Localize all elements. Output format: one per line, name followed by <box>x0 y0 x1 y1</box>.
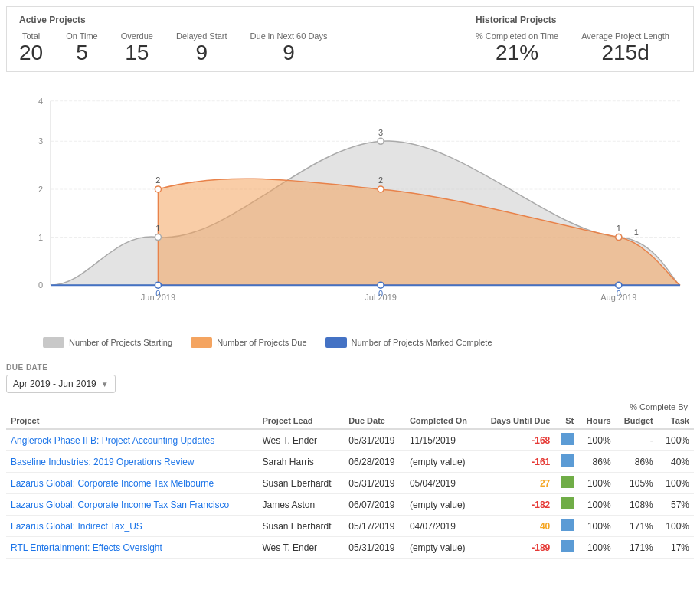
blue-point-1 <box>155 282 161 288</box>
project-link[interactable]: Baseline Industries: 2019 Operations Rev… <box>11 457 194 467</box>
legend-item-0: Number of Projects Starting <box>43 337 172 348</box>
table-row: Lazarus Global: Corporate Income Tax San… <box>6 494 694 516</box>
chevron-down-icon: ▼ <box>101 380 109 388</box>
table-cell: James Aston <box>258 494 345 516</box>
table-cell: 100% <box>578 537 615 559</box>
table-cell: (empty value) <box>405 451 479 473</box>
stat-value: 15 <box>125 42 149 64</box>
table-cell: 40 <box>479 516 554 537</box>
days-value: 40 <box>540 521 550 532</box>
table-cell: - <box>616 429 658 451</box>
active-stat-2: Overdue15 <box>121 31 153 64</box>
orange-point-3 <box>616 234 622 241</box>
filter-label: DUE DATE <box>6 363 694 372</box>
svg-text:1: 1 <box>634 228 639 237</box>
col-header-5: St <box>554 413 578 429</box>
table-cell: 86% <box>578 451 615 473</box>
projects-table: ProjectProject LeadDue DateCompleted OnD… <box>6 413 694 559</box>
svg-text:2: 2 <box>155 175 160 185</box>
svg-text:1: 1 <box>617 224 621 233</box>
stat-value: 9 <box>195 42 208 64</box>
col-header-4: Days Until Due <box>479 413 554 429</box>
svg-text:3: 3 <box>38 136 43 146</box>
active-stat-4: Due in Next 60 Days9 <box>250 31 328 64</box>
table-cell: -168 <box>479 429 554 451</box>
table-row: Lazarus Global: Corporate Income Tax Mel… <box>6 473 694 494</box>
table-cell: 05/31/2019 <box>344 473 405 494</box>
legend-label-0: Number of Projects Starting <box>69 338 172 347</box>
due-date-dropdown[interactable]: Apr 2019 - Jun 2019 ▼ <box>6 375 116 393</box>
table-row: Baseline Industries: 2019 Operations Rev… <box>6 451 694 473</box>
col-header-0: Project <box>6 413 258 429</box>
table-cell: -161 <box>479 451 554 473</box>
table-cell: RTL Entertainment: Effects Oversight <box>6 537 258 559</box>
table-cell: 11/15/2019 <box>405 429 479 451</box>
historical-stat-0: % Completed on Time21% <box>476 31 558 64</box>
table-cell: 05/31/2019 <box>344 429 405 451</box>
table-cell: 171% <box>616 516 658 537</box>
project-link[interactable]: Anglerock Phase II B: Project Accounting… <box>11 435 214 446</box>
pct-complete-header: % Complete By <box>6 402 694 411</box>
active-projects-section: Active Projects Total20On Time5Overdue15… <box>7 7 463 71</box>
col-header-3: Completed On <box>405 413 479 429</box>
col-header-8: Task <box>658 413 694 429</box>
table-cell: -189 <box>479 537 554 559</box>
chart-svg: 0 1 2 3 4 Jun 2019 Jul 2019 Aug 2019 1 3 <box>12 86 688 331</box>
table-cell: 100% <box>578 494 615 516</box>
table-cell: 100% <box>658 473 694 494</box>
table-cell: (empty value) <box>405 537 479 559</box>
table-cell <box>554 473 578 494</box>
stat-value: 21% <box>496 42 538 64</box>
table-cell: 100% <box>658 429 694 451</box>
table-cell: 100% <box>578 516 615 537</box>
project-link[interactable]: Lazarus Global: Indirect Tax_US <box>11 521 142 532</box>
historical-projects-section: Historical Projects % Completed on Time2… <box>463 7 693 71</box>
historical-projects-title: Historical Projects <box>476 15 681 25</box>
table-cell: 05/17/2019 <box>344 516 405 537</box>
gray-point-1 <box>155 234 161 241</box>
table-header-row: ProjectProject LeadDue DateCompleted OnD… <box>6 413 694 429</box>
stat-label: % Completed on Time <box>476 31 558 41</box>
table-cell: 57% <box>658 494 694 516</box>
table-cell: 86% <box>616 451 658 473</box>
project-link[interactable]: Lazarus Global: Corporate Income Tax Mel… <box>11 478 214 489</box>
table-cell: 105% <box>616 473 658 494</box>
table-cell: 100% <box>658 516 694 537</box>
stat-value: 5 <box>76 42 88 64</box>
blue-point-3 <box>616 282 622 288</box>
table-cell: Lazarus Global: Indirect Tax_US <box>6 516 258 537</box>
legend-item-1: Number of Projects Due <box>191 337 306 348</box>
table-cell: 04/07/2019 <box>405 516 479 537</box>
table-cell: Baseline Industries: 2019 Operations Rev… <box>6 451 258 473</box>
table-cell: Susan Eberhardt <box>258 516 345 537</box>
project-link[interactable]: Lazarus Global: Corporate Income Tax San… <box>11 500 229 510</box>
table-cell: 06/28/2019 <box>344 451 405 473</box>
days-value: -182 <box>532 500 550 510</box>
table-cell: 100% <box>578 429 615 451</box>
historical-projects-stats-row: % Completed on Time21%Average Project Le… <box>476 31 681 64</box>
col-header-7: Budget <box>616 413 658 429</box>
col-header-2: Due Date <box>344 413 405 429</box>
stat-label: Average Project Length <box>581 31 669 41</box>
table-cell: 17% <box>658 537 694 559</box>
stat-label: On Time <box>66 31 98 41</box>
active-projects-stats-row: Total20On Time5Overdue15Delayed Start9Du… <box>19 31 450 64</box>
status-indicator <box>561 433 574 445</box>
stat-value: 20 <box>19 42 43 64</box>
status-indicator <box>561 476 574 488</box>
days-value: -168 <box>532 435 550 446</box>
table-cell: Lazarus Global: Corporate Income Tax Mel… <box>6 473 258 494</box>
table-row: Anglerock Phase II B: Project Accounting… <box>6 429 694 451</box>
table-cell: -182 <box>479 494 554 516</box>
table-cell: 05/04/2019 <box>405 473 479 494</box>
table-section: % Complete By ProjectProject LeadDue Dat… <box>6 402 694 559</box>
due-area <box>158 179 680 285</box>
gray-point-2 <box>378 138 384 144</box>
svg-text:1: 1 <box>155 224 160 233</box>
table-cell: (empty value) <box>405 494 479 516</box>
days-value: 27 <box>540 478 550 489</box>
project-link[interactable]: RTL Entertainment: Effects Oversight <box>11 542 162 553</box>
status-indicator <box>561 497 574 509</box>
table-cell: 06/07/2019 <box>344 494 405 516</box>
table-body: Anglerock Phase II B: Project Accounting… <box>6 429 694 559</box>
